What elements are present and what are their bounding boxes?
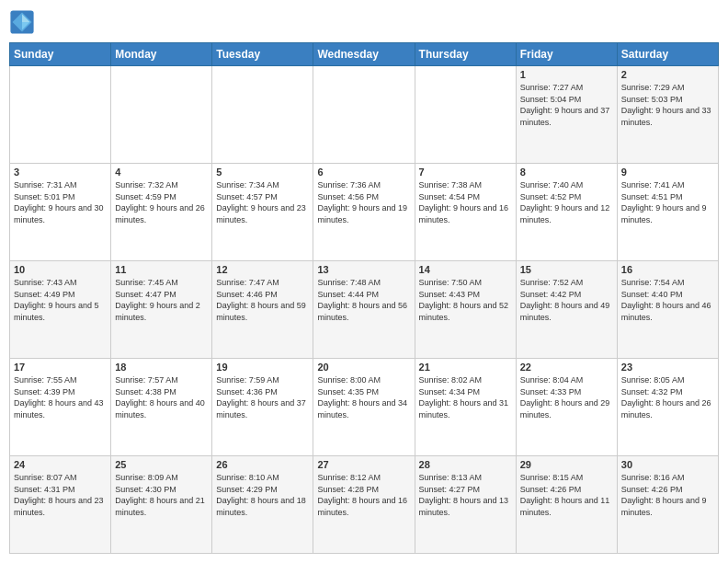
day-header-wednesday: Wednesday [313,43,415,66]
calendar-cell: 6Sunrise: 7:36 AMSunset: 4:56 PMDaylight… [313,164,415,261]
day-info: Sunrise: 7:48 AMSunset: 4:44 PMDaylight:… [317,277,410,323]
day-number: 15 [520,264,613,275]
day-number: 17 [14,362,107,373]
day-number: 2 [621,69,714,80]
day-info: Sunrise: 8:13 AMSunset: 4:27 PMDaylight:… [419,472,512,518]
day-info: Sunrise: 7:41 AMSunset: 4:51 PMDaylight:… [621,179,714,225]
day-header-tuesday: Tuesday [212,43,313,66]
calendar-cell: 18Sunrise: 7:57 AMSunset: 4:38 PMDayligh… [111,359,212,456]
header [9,9,719,35]
calendar-cell: 15Sunrise: 7:52 AMSunset: 4:42 PMDayligh… [516,261,617,359]
day-info: Sunrise: 7:32 AMSunset: 4:59 PMDaylight:… [115,179,208,225]
day-header-thursday: Thursday [415,43,516,66]
calendar-cell: 12Sunrise: 7:47 AMSunset: 4:46 PMDayligh… [212,261,313,359]
calendar-cell: 30Sunrise: 8:16 AMSunset: 4:26 PMDayligh… [617,456,718,554]
logo-icon [9,9,35,35]
day-info: Sunrise: 7:57 AMSunset: 4:38 PMDaylight:… [115,374,208,420]
day-info: Sunrise: 8:07 AMSunset: 4:31 PMDaylight:… [14,472,107,518]
day-number: 19 [216,362,309,373]
day-info: Sunrise: 7:40 AMSunset: 4:52 PMDaylight:… [520,179,613,225]
day-number: 18 [115,362,208,373]
day-number: 24 [14,459,107,470]
day-header-monday: Monday [111,43,212,66]
day-info: Sunrise: 8:12 AMSunset: 4:28 PMDaylight:… [317,472,410,518]
calendar-cell [111,66,212,164]
day-info: Sunrise: 8:16 AMSunset: 4:26 PMDaylight:… [621,472,714,518]
day-number: 14 [419,264,512,275]
calendar-cell: 5Sunrise: 7:34 AMSunset: 4:57 PMDaylight… [212,164,313,261]
day-number: 5 [216,167,309,178]
calendar-cell [212,66,313,164]
day-info: Sunrise: 8:10 AMSunset: 4:29 PMDaylight:… [216,472,309,518]
day-number: 21 [419,362,512,373]
day-info: Sunrise: 7:52 AMSunset: 4:42 PMDaylight:… [520,277,613,323]
day-info: Sunrise: 8:15 AMSunset: 4:26 PMDaylight:… [520,472,613,518]
calendar-cell: 4Sunrise: 7:32 AMSunset: 4:59 PMDaylight… [111,164,212,261]
calendar-cell: 29Sunrise: 8:15 AMSunset: 4:26 PMDayligh… [516,456,617,554]
calendar-header-row: SundayMondayTuesdayWednesdayThursdayFrid… [10,43,719,66]
calendar-table: SundayMondayTuesdayWednesdayThursdayFrid… [9,42,719,554]
calendar-cell: 19Sunrise: 7:59 AMSunset: 4:36 PMDayligh… [212,359,313,456]
day-info: Sunrise: 8:04 AMSunset: 4:33 PMDaylight:… [520,374,613,420]
day-number: 16 [621,264,714,275]
day-header-saturday: Saturday [617,43,718,66]
day-number: 8 [520,167,613,178]
day-number: 30 [621,459,714,470]
calendar-cell: 17Sunrise: 7:55 AMSunset: 4:39 PMDayligh… [10,359,111,456]
day-number: 11 [115,264,208,275]
day-number: 28 [419,459,512,470]
day-number: 22 [520,362,613,373]
calendar-week-4: 17Sunrise: 7:55 AMSunset: 4:39 PMDayligh… [10,359,719,456]
day-info: Sunrise: 7:59 AMSunset: 4:36 PMDaylight:… [216,374,309,420]
day-info: Sunrise: 7:45 AMSunset: 4:47 PMDaylight:… [115,277,208,323]
day-info: Sunrise: 8:05 AMSunset: 4:32 PMDaylight:… [621,374,714,420]
day-number: 7 [419,167,512,178]
calendar-cell: 13Sunrise: 7:48 AMSunset: 4:44 PMDayligh… [313,261,415,359]
calendar-cell: 27Sunrise: 8:12 AMSunset: 4:28 PMDayligh… [313,456,415,554]
day-number: 23 [621,362,714,373]
calendar-cell: 1Sunrise: 7:27 AMSunset: 5:04 PMDaylight… [516,66,617,164]
logo [9,9,39,35]
day-info: Sunrise: 7:27 AMSunset: 5:04 PMDaylight:… [520,82,613,128]
day-number: 27 [317,459,410,470]
day-info: Sunrise: 8:09 AMSunset: 4:30 PMDaylight:… [115,472,208,518]
day-number: 12 [216,264,309,275]
calendar-week-2: 3Sunrise: 7:31 AMSunset: 5:01 PMDaylight… [10,164,719,261]
day-info: Sunrise: 7:34 AMSunset: 4:57 PMDaylight:… [216,179,309,225]
calendar-cell: 8Sunrise: 7:40 AMSunset: 4:52 PMDaylight… [516,164,617,261]
day-header-friday: Friday [516,43,617,66]
calendar-cell: 14Sunrise: 7:50 AMSunset: 4:43 PMDayligh… [415,261,516,359]
calendar-cell: 7Sunrise: 7:38 AMSunset: 4:54 PMDaylight… [415,164,516,261]
day-info: Sunrise: 7:55 AMSunset: 4:39 PMDaylight:… [14,374,107,420]
calendar-cell: 25Sunrise: 8:09 AMSunset: 4:30 PMDayligh… [111,456,212,554]
day-number: 3 [14,167,107,178]
day-number: 9 [621,167,714,178]
calendar-cell: 22Sunrise: 8:04 AMSunset: 4:33 PMDayligh… [516,359,617,456]
day-number: 26 [216,459,309,470]
calendar-cell: 20Sunrise: 8:00 AMSunset: 4:35 PMDayligh… [313,359,415,456]
day-info: Sunrise: 7:50 AMSunset: 4:43 PMDaylight:… [419,277,512,323]
calendar-cell: 16Sunrise: 7:54 AMSunset: 4:40 PMDayligh… [617,261,718,359]
calendar-cell: 26Sunrise: 8:10 AMSunset: 4:29 PMDayligh… [212,456,313,554]
day-number: 20 [317,362,410,373]
calendar-cell: 24Sunrise: 8:07 AMSunset: 4:31 PMDayligh… [10,456,111,554]
calendar-cell: 2Sunrise: 7:29 AMSunset: 5:03 PMDaylight… [617,66,718,164]
day-number: 10 [14,264,107,275]
day-number: 25 [115,459,208,470]
calendar-cell: 3Sunrise: 7:31 AMSunset: 5:01 PMDaylight… [10,164,111,261]
day-number: 6 [317,167,410,178]
calendar-cell [313,66,415,164]
day-info: Sunrise: 8:00 AMSunset: 4:35 PMDaylight:… [317,374,410,420]
day-number: 13 [317,264,410,275]
day-info: Sunrise: 7:43 AMSunset: 4:49 PMDaylight:… [14,277,107,323]
day-number: 4 [115,167,208,178]
calendar-week-1: 1Sunrise: 7:27 AMSunset: 5:04 PMDaylight… [10,66,719,164]
day-info: Sunrise: 7:29 AMSunset: 5:03 PMDaylight:… [621,82,714,128]
calendar-cell: 21Sunrise: 8:02 AMSunset: 4:34 PMDayligh… [415,359,516,456]
calendar-week-5: 24Sunrise: 8:07 AMSunset: 4:31 PMDayligh… [10,456,719,554]
day-info: Sunrise: 7:31 AMSunset: 5:01 PMDaylight:… [14,179,107,225]
calendar-cell: 10Sunrise: 7:43 AMSunset: 4:49 PMDayligh… [10,261,111,359]
day-info: Sunrise: 7:47 AMSunset: 4:46 PMDaylight:… [216,277,309,323]
day-info: Sunrise: 7:36 AMSunset: 4:56 PMDaylight:… [317,179,410,225]
day-info: Sunrise: 7:38 AMSunset: 4:54 PMDaylight:… [419,179,512,225]
